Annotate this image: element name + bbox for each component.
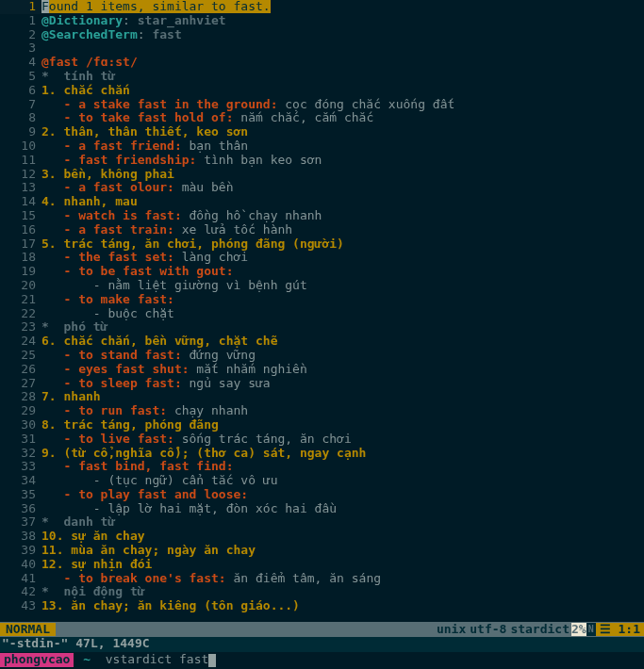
text-token: 13. ăn chay; ăn kiêng (tôn giáo...) — [41, 598, 300, 612]
line-number: 25 — [0, 349, 41, 363]
text-token: ăn điểm tâm, ăn sáng — [226, 571, 381, 585]
prompt-path: ~ — [75, 653, 97, 667]
text-token: 4. nhanh, mau — [41, 194, 138, 208]
text-token: 9. (từ cổ,nghĩa cổ); (thơ ca) sát, ngay … — [41, 446, 366, 460]
text-token: * danh từ — [41, 514, 115, 529]
code-line: 35 - to play fast and loose: — [0, 488, 644, 502]
line-number: 13 — [0, 181, 41, 195]
text-token: - a fast train: — [41, 222, 174, 237]
text-token: - to break one's fast: — [41, 571, 226, 585]
line-number: 39 — [0, 544, 41, 558]
line-number: 2 — [0, 28, 41, 42]
prompt-user: phongvcao — [0, 653, 74, 667]
text-token: 6. chắc chắn, bền vững, chặt chẽ — [41, 334, 277, 348]
shell-prompt[interactable]: phongvcao ~ vstardict fast — [0, 652, 644, 668]
text-token: - to take fast hold of: — [41, 110, 234, 124]
code-line: 1 Found 1 items, similar to fast. — [0, 0, 644, 14]
filetype: stardict — [508, 623, 571, 637]
text-token: 10. sự ăn chay — [41, 529, 145, 543]
text-token: đứng vững — [182, 348, 256, 362]
text-token: 12. sự nhịn đói — [41, 557, 152, 571]
text-token: xe lửa tốc hành — [174, 222, 292, 237]
code-line: 4012. sự nhịn đói — [0, 558, 644, 572]
text-token: - a fast olour: — [41, 180, 174, 194]
text-token: * phó từ — [41, 319, 107, 334]
text-token: tình bạn keo sơn — [196, 153, 322, 167]
code-line: 25 - to stand fast: đứng vững — [0, 349, 644, 363]
text-token: 2. thân, thân thiết, keo sơn — [41, 124, 248, 139]
line-number: 10 — [0, 139, 41, 154]
text-token: @fast /fɑ:st/ — [41, 55, 138, 69]
code-line: 3810. sự ăn chay — [0, 530, 644, 544]
status-line: NORMAL unix utf-8 stardict 2% N ☰ 1:1 — [0, 622, 644, 637]
code-line: 33 - fast bind, fast find: — [0, 460, 644, 474]
code-line: 15 - watch is fast: đồng hồ chạy nhanh — [0, 209, 644, 223]
text-token: @Dictionary — [41, 13, 123, 27]
line-number: 7 — [0, 98, 41, 112]
prompt-command[interactable]: vstardict fast — [106, 653, 209, 667]
text-token: star_anhviet — [138, 13, 226, 27]
line-number: 34 — [0, 474, 41, 488]
line-number: 41 — [0, 572, 41, 586]
code-line: 29 - to run fast: chạy nhanh — [0, 404, 644, 418]
text-token: - eyes fast shut: — [41, 362, 190, 376]
text-token: - watch is fast: — [41, 208, 182, 222]
text-token: màu bền — [174, 180, 234, 194]
code-line: 123. bền, không phai — [0, 168, 644, 182]
text-token: * tính từ — [41, 69, 115, 83]
line-number: 21 — [0, 293, 41, 307]
text-token: 5. trác táng, ăn chơi, phóng đãng (người… — [41, 237, 344, 251]
text-token: 8. trác táng, phóng đãng — [41, 417, 219, 432]
line-number: 19 — [0, 265, 41, 279]
line-number: 6 — [0, 84, 41, 98]
text-token: - the fast set: — [41, 250, 174, 264]
text-token: làng chơi — [174, 250, 248, 264]
code-line: 7 - a stake fast in the ground: cọc đóng… — [0, 98, 644, 112]
code-line: 61. chắc chắn — [0, 84, 644, 98]
code-line: 5* tính từ — [0, 70, 644, 84]
line-number: 32 — [0, 447, 41, 461]
text-token: : — [138, 27, 153, 41]
code-line: 27 - to sleep fast: ngủ say sưa — [0, 377, 644, 391]
text-token: * nội động từ — [41, 584, 145, 598]
message-line: "-stdin-" 47L, 1449C — [0, 637, 644, 652]
text-token: ngủ say sưa — [182, 376, 271, 390]
text-token: - to play fast and loose: — [41, 487, 248, 501]
shell-cursor — [208, 654, 216, 667]
text-token: - buộc chặt — [41, 306, 174, 320]
line-number: 29 — [0, 404, 41, 418]
text-token: fast — [152, 27, 181, 41]
line-number: 33 — [0, 460, 41, 474]
line-number: 4 — [0, 56, 41, 70]
text-token: mắt nhắm nghiền — [190, 362, 307, 376]
code-line: 308. trác táng, phóng đãng — [0, 418, 644, 432]
code-line: 36 - lập lờ hai mặt, đòn xóc hai đầu — [0, 502, 644, 516]
code-line: 144. nhanh, mau — [0, 195, 644, 209]
line-number: 20 — [0, 279, 41, 293]
line-number: 35 — [0, 488, 41, 502]
code-line: 10 - a fast friend: bạn thân — [0, 139, 644, 154]
line-number: 18 — [0, 251, 41, 265]
code-line: 287. nhanh — [0, 390, 644, 404]
text-token: - to make fast: — [41, 292, 174, 306]
text-token: - fast bind, fast find: — [41, 459, 234, 473]
line-number: 15 — [0, 209, 41, 223]
line-number: 8 — [0, 111, 41, 125]
code-line: 92. thân, thân thiết, keo sơn — [0, 125, 644, 139]
code-line: 19 - to be fast with gout: — [0, 265, 644, 279]
text-token: 3. bền, không phai — [41, 167, 174, 181]
text-token: đồng hồ chạy nhanh — [182, 208, 322, 222]
line-number: 12 — [0, 168, 41, 182]
text-token: cọc đóng chắc xuống đất — [277, 97, 454, 111]
editor-pane[interactable]: 1 Found 1 items, similar to fast. 1@Dict… — [0, 0, 644, 622]
line-number: 38 — [0, 530, 41, 544]
text-token: - to sleep fast: — [41, 376, 182, 390]
cursor: F — [41, 0, 49, 13]
text-token: - to run fast: — [41, 403, 167, 417]
code-line: 21 - to make fast: — [0, 293, 644, 307]
line-number: 28 — [0, 390, 41, 404]
code-line: 16 - a fast train: xe lửa tốc hành — [0, 223, 644, 237]
text-token: - to be fast with gout: — [41, 264, 234, 278]
line-number: 27 — [0, 377, 41, 391]
text-token: - nằm liệt giường vì bệnh gút — [41, 278, 307, 292]
